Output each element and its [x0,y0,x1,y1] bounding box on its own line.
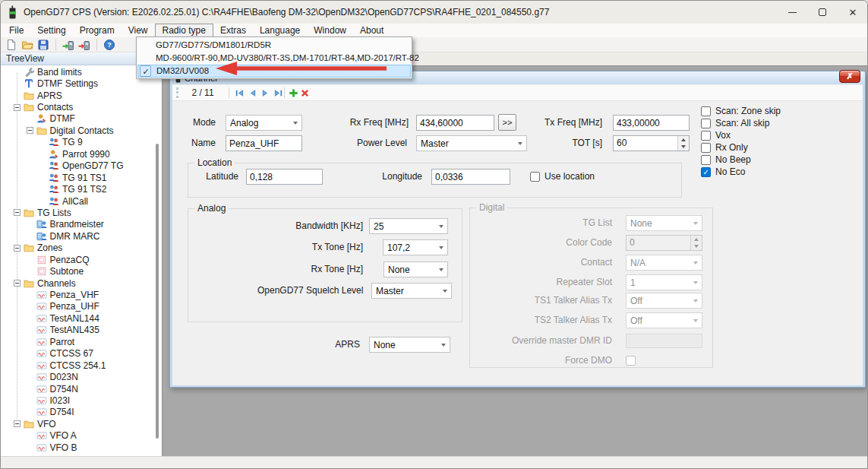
tree-item-d754i[interactable]: D754I [1,407,154,418]
tree-item-testanl435[interactable]: TestANL435 [1,325,154,336]
spin-up-icon[interactable] [678,136,689,144]
tree-item-zones[interactable]: Zones [1,242,154,254]
tree-scrollbar[interactable] [156,144,159,439]
tree-item-vfo-a[interactable]: VFO A [1,430,154,442]
collapse-toggle-icon[interactable] [14,209,21,216]
folder-icon [24,208,34,218]
checkbox-icon[interactable] [701,131,711,141]
toolbar-grip[interactable] [176,87,178,98]
name-input[interactable] [226,135,302,151]
tx-freq-input[interactable] [613,115,690,131]
tree-item-tg-9[interactable]: TG 9 [1,137,154,148]
power-level-combo[interactable]: Master [416,135,527,151]
read-radio-icon[interactable] [62,39,74,51]
rx-tone-combo[interactable]: None [383,261,448,277]
minimize-button[interactable] [777,1,807,24]
channel-close-button[interactable]: ✗ [839,70,860,83]
tot-spinner[interactable]: 60 [613,135,690,151]
flag-scan-zone-skip[interactable]: Scan: Zone skip [701,105,781,117]
radio-type-option-gd77-gd77s-dm1801-rd5r[interactable]: GD77/GD77S/DM1801/RD5R [137,38,411,51]
tx-tone-combo[interactable]: 107,2 [383,239,448,255]
collapse-toggle-icon[interactable] [14,280,21,287]
tree-item-tg-lists[interactable]: TG Lists [1,207,154,218]
tree-item-dtmf-settings[interactable]: DTMF Settings [1,78,154,89]
collapse-toggle-icon[interactable] [14,420,21,427]
menu-view[interactable]: View [122,24,155,37]
aprs-label: APRS [314,337,360,353]
menu-window[interactable]: Window [307,24,353,37]
save-file-icon[interactable] [37,39,49,51]
tree-item-vfo-b[interactable]: VFO B [1,442,154,453]
tree-item-parrot[interactable]: Parrot [1,336,154,347]
squelch-combo[interactable]: Master [371,283,452,299]
close-button[interactable]: ✕ [838,1,868,24]
tree-item-brandmeister[interactable]: Brandmeister [1,219,154,230]
flag-scan-all-skip[interactable]: Scan: All skip [701,117,781,129]
tree-item-dtmf[interactable]: DTMF [1,113,154,125]
tree-item-testanl144[interactable]: TestANL144 [1,312,154,324]
tree-item-aprs[interactable]: APRS [1,90,154,101]
flag-vox[interactable]: Vox [701,129,781,141]
menu-extras[interactable]: Extras [213,24,253,37]
tree-item-dmr-marc[interactable]: DMR MARC [1,230,154,242]
rx-freq-input[interactable] [416,115,494,131]
open-file-icon[interactable] [21,39,33,51]
aprs-combo[interactable]: None [369,337,450,353]
next-record-button[interactable] [259,87,271,99]
menu-setting[interactable]: Setting [30,24,72,37]
delete-record-button[interactable] [298,87,311,99]
tree-item-d754n[interactable]: D754N [1,383,154,395]
tree-item-digital-contacts[interactable]: Digital Contacts [1,125,154,136]
menu-file[interactable]: File [2,24,30,37]
flag-rx-only[interactable]: Rx Only [701,141,781,154]
menu-language[interactable]: Language [253,24,307,37]
checkbox-icon[interactable] [701,167,711,177]
longitude-input[interactable] [431,169,510,185]
tree-item-channels[interactable]: Channels [1,277,154,289]
checkbox-icon[interactable] [701,143,711,153]
new-file-icon[interactable] [5,39,17,51]
menu-radio-type[interactable]: Radio type [155,24,213,37]
tree-item-allcall[interactable]: AllCall [1,195,154,207]
maximize-button[interactable] [807,1,838,24]
menu-about[interactable]: About [353,24,390,37]
tree-item-d023n[interactable]: D023N [1,371,154,382]
tree-item-vfo[interactable]: VFO [1,418,154,429]
tree-item-opengd77-tg[interactable]: OpenGD77 TG [1,160,154,172]
first-record-button[interactable] [233,87,245,99]
write-radio-icon[interactable] [78,39,90,51]
flag-no-eco[interactable]: No Eco [701,166,781,178]
tree-item-tg-91-ts2[interactable]: TG 91 TS2 [1,183,154,195]
tree-item-penzacq[interactable]: PenzaCQ [1,254,154,265]
tree-item-ctcss-67[interactable]: CTCSS 67 [1,348,154,360]
copy-rx-to-tx-button[interactable]: >> [498,114,516,131]
last-record-button[interactable] [272,87,284,99]
tree-item-penza-vhf[interactable]: Penza_VHF [1,289,154,300]
menu-program[interactable]: Program [73,24,122,37]
checkbox-icon[interactable] [701,106,711,116]
checkbox-icon[interactable] [701,119,711,128]
spin-down-icon[interactable] [678,144,689,151]
collapse-toggle-icon[interactable] [14,104,21,111]
tree-item-band-limits[interactable]: Band limits [1,66,154,78]
previous-record-button[interactable] [246,87,258,99]
tree-item-i023i[interactable]: I023I [1,395,154,406]
window-title: OpenGD77 CPS (Version: E2026.02.25.01) C… [24,1,549,24]
flag-no-beep[interactable]: No Beep [701,154,781,166]
tree-item-penza-uhf[interactable]: Penza_UHF [1,301,154,312]
bandwidth-combo[interactable]: 25 [369,218,448,234]
tree-item-ctcss-254-1[interactable]: CTCSS 254.1 [1,360,154,371]
help-icon[interactable]: ? [103,39,115,51]
mode-value: Analog [230,118,258,128]
tree-item-subtone[interactable]: Subtone [1,265,154,277]
tree-item-contacts[interactable]: Contacts [1,101,154,112]
checkbox-icon[interactable] [701,155,711,165]
add-record-button[interactable] [287,87,299,99]
latitude-input[interactable] [246,169,323,185]
mode-combo[interactable]: Analog [226,115,302,131]
tree-item-parrot-9990[interactable]: Parrot 9990 [1,148,154,160]
collapse-toggle-icon[interactable] [14,245,21,252]
tree-item-tg-91-ts1[interactable]: TG 91 TS1 [1,172,154,183]
use-location-checkbox[interactable] [530,172,540,182]
collapse-toggle-icon[interactable] [27,127,33,134]
